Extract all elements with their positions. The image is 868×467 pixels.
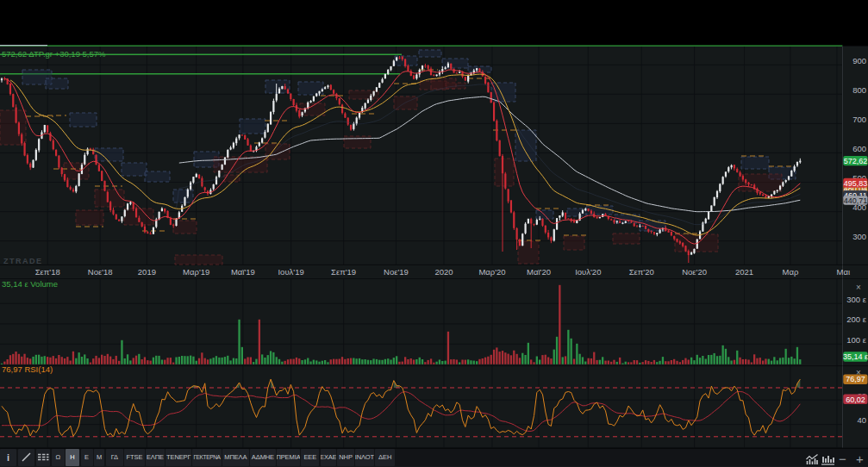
svg-text:2019: 2019 bbox=[138, 267, 156, 277]
svg-text:ZTRADE: ZTRADE bbox=[3, 257, 43, 265]
svg-text:700: 700 bbox=[852, 115, 866, 124]
svg-text:Σεπ'18: Σεπ'18 bbox=[35, 267, 60, 277]
svg-text:Μαϊ'20: Μαϊ'20 bbox=[527, 267, 551, 277]
svg-text:Μαρ: Μαρ bbox=[782, 267, 798, 277]
svg-text:572,62: 572,62 bbox=[844, 157, 868, 165]
svg-text:Μαρ'19: Μαρ'19 bbox=[183, 267, 209, 277]
svg-text:300: 300 bbox=[852, 232, 866, 241]
svg-text:440,71: 440,71 bbox=[844, 196, 868, 205]
svg-text:600: 600 bbox=[852, 144, 866, 153]
svg-text:Μαρ'20: Μαρ'20 bbox=[478, 267, 505, 277]
svg-text:35,14 ε: 35,14 ε bbox=[843, 352, 868, 361]
svg-text:Νοε'20: Νοε'20 bbox=[682, 267, 707, 277]
svg-text:495,83: 495,83 bbox=[844, 179, 868, 188]
svg-text:Νοε'18: Νοε'18 bbox=[88, 267, 113, 277]
svg-text:60,02: 60,02 bbox=[846, 395, 865, 404]
svg-text:300 ε: 300 ε bbox=[846, 295, 866, 304]
svg-text:Σεπ'19: Σεπ'19 bbox=[331, 267, 356, 277]
svg-text:572,62 ΔΤΡ.gr +30,19 5,57%: 572,62 ΔΤΡ.gr +30,19 5,57% bbox=[2, 49, 106, 59]
svg-text:35,14 ε Volume: 35,14 ε Volume bbox=[2, 279, 58, 289]
svg-text:100 ε: 100 ε bbox=[846, 335, 866, 345]
svg-text:Σεπ'20: Σεπ'20 bbox=[629, 267, 654, 277]
svg-text:Νοε'19: Νοε'19 bbox=[384, 267, 409, 277]
svg-text:900: 900 bbox=[852, 56, 866, 65]
svg-text:2021: 2021 bbox=[735, 267, 753, 277]
svg-text:40: 40 bbox=[857, 415, 866, 425]
svg-text:Ιουλ'19: Ιουλ'19 bbox=[278, 267, 303, 277]
svg-text:76,97 RSI(14): 76,97 RSI(14) bbox=[2, 364, 53, 374]
svg-text:Μαι: Μαι bbox=[837, 267, 851, 277]
svg-text:2020: 2020 bbox=[434, 267, 453, 277]
svg-text:800: 800 bbox=[852, 85, 866, 95]
svg-text:×: × bbox=[856, 283, 861, 292]
svg-text:Ιουλ'20: Ιουλ'20 bbox=[575, 267, 601, 277]
svg-text:Μαϊ'19: Μαϊ'19 bbox=[231, 267, 255, 277]
svg-text:76,97: 76,97 bbox=[846, 375, 865, 383]
svg-text:200 ε: 200 ε bbox=[846, 314, 866, 324]
